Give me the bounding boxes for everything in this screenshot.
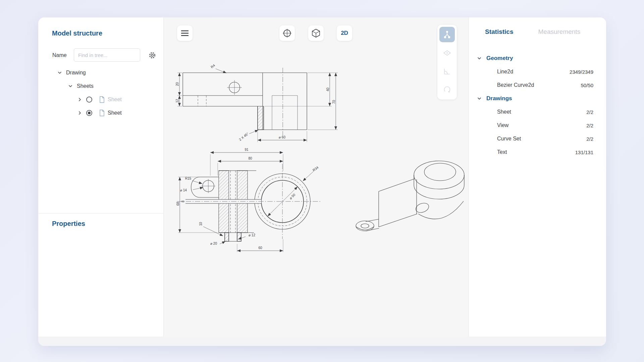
tree-node-sheet-1[interactable]: Sheet — [38, 93, 163, 106]
svg-text:8: 8 — [181, 200, 185, 202]
svg-text:20: 20 — [175, 82, 179, 86]
tree-node-sheets[interactable]: Sheets — [38, 79, 163, 93]
section-geometry[interactable]: Geometry — [469, 52, 606, 65]
stat-label: Sheet — [497, 109, 511, 115]
stat-row-sheet[interactable]: Sheet 2/2 — [469, 105, 606, 119]
svg-text:2 X 45°: 2 X 45° — [238, 132, 249, 141]
stat-label: Curve Set — [497, 136, 521, 142]
model-tree: Drawing Sheets Sheet — [38, 66, 163, 120]
statistics-panel: Statistics Measurements Geometry Line2d … — [469, 17, 606, 337]
sheet-file-icon — [99, 96, 105, 103]
stat-value: 2/2 — [586, 123, 593, 128]
chevron-right-icon — [77, 111, 82, 115]
model-structure-panel: Model structure Name Drawing Sheets — [38, 17, 164, 337]
app-window: Model structure Name Drawing Sheets — [38, 17, 606, 346]
tree-node-label: Drawing — [66, 70, 86, 76]
svg-text:⌀ 50: ⌀ 50 — [289, 193, 296, 200]
top-view: 20 12 40 70 ⌀ 60 R4 2 X 45° — [175, 63, 338, 142]
stat-value: 50/50 — [581, 82, 593, 88]
sheet-file-icon — [99, 110, 105, 116]
properties-title: Properties — [52, 220, 85, 228]
chevron-down-icon — [68, 84, 73, 88]
svg-text:⌀ 60: ⌀ 60 — [279, 135, 285, 139]
chevron-down-icon — [57, 70, 62, 75]
svg-text:40: 40 — [326, 87, 330, 92]
right-panel-tabs: Statistics Measurements — [485, 28, 580, 36]
stat-row-text[interactable]: Text 131/131 — [469, 145, 606, 159]
tab-measurements[interactable]: Measurements — [538, 28, 580, 36]
tree-node-label: Sheet — [108, 110, 122, 116]
stat-row-view[interactable]: View 2/2 — [469, 119, 606, 132]
panel-divider — [38, 213, 163, 214]
sheet-radio-selected[interactable] — [86, 110, 92, 116]
svg-text:⌀ 20: ⌀ 20 — [210, 242, 217, 245]
svg-text:60: 60 — [258, 246, 262, 250]
svg-text:⌀ 14: ⌀ 14 — [180, 188, 187, 192]
find-in-tree-input[interactable] — [74, 48, 140, 62]
stat-label: View — [497, 122, 508, 128]
svg-text:70: 70 — [332, 100, 336, 104]
svg-text:R15: R15 — [185, 177, 192, 180]
sheet-drawing: 20 12 40 70 ⌀ 60 R4 2 X 45° — [164, 17, 469, 337]
svg-text:91: 91 — [245, 148, 249, 152]
tree-settings-button[interactable] — [148, 51, 157, 60]
stat-value: 2/2 — [586, 109, 593, 115]
svg-text:⌀ 12: ⌀ 12 — [249, 233, 255, 237]
stat-value: 2/2 — [586, 136, 593, 142]
stat-row-bezier-curve2d[interactable]: Bezier Curve2d 50/50 — [469, 78, 606, 92]
name-label: Name — [52, 52, 67, 58]
stat-row-curve-set[interactable]: Curve Set 2/2 — [469, 132, 606, 145]
gear-icon — [148, 51, 156, 59]
section-title: Geometry — [486, 55, 513, 62]
stat-label: Line2d — [497, 69, 513, 75]
stat-row-line2d[interactable]: Line2d 2349/2349 — [469, 65, 606, 78]
svg-text:R4: R4 — [210, 63, 216, 69]
model-structure-title: Model structure — [52, 29, 102, 37]
statistics-list: Geometry Line2d 2349/2349 Bezier Curve2d… — [469, 52, 606, 159]
svg-text:12: 12 — [175, 99, 179, 103]
stat-label: Bezier Curve2d — [497, 82, 534, 88]
stat-value: 131/131 — [575, 149, 593, 155]
chevron-down-icon — [477, 56, 482, 61]
svg-text:80: 80 — [248, 157, 252, 160]
section-drawings[interactable]: Drawings — [469, 92, 606, 105]
svg-text:R34: R34 — [312, 166, 319, 172]
stat-value: 2349/2349 — [570, 69, 593, 75]
svg-text:10: 10 — [199, 222, 203, 226]
chevron-down-icon — [477, 96, 482, 101]
drawing-canvas[interactable]: 2D — [164, 17, 469, 337]
isometric-view — [356, 161, 464, 231]
tree-node-sheet-2[interactable]: Sheet — [38, 106, 163, 120]
stat-label: Text — [497, 149, 507, 155]
tab-statistics[interactable]: Statistics — [485, 28, 513, 36]
tree-node-label: Sheet — [108, 97, 122, 103]
section-title: Drawings — [486, 95, 512, 102]
tree-node-drawing[interactable]: Drawing — [38, 66, 163, 79]
sheet-radio-unselected[interactable] — [86, 97, 92, 103]
svg-text:68: 68 — [176, 202, 180, 206]
tree-node-label: Sheets — [77, 83, 94, 89]
front-view: ⌀ 50 91 80 R15 ⌀ 14 68 8 R34 10 ⌀ 12 — [176, 148, 321, 252]
chevron-right-icon — [77, 97, 82, 102]
